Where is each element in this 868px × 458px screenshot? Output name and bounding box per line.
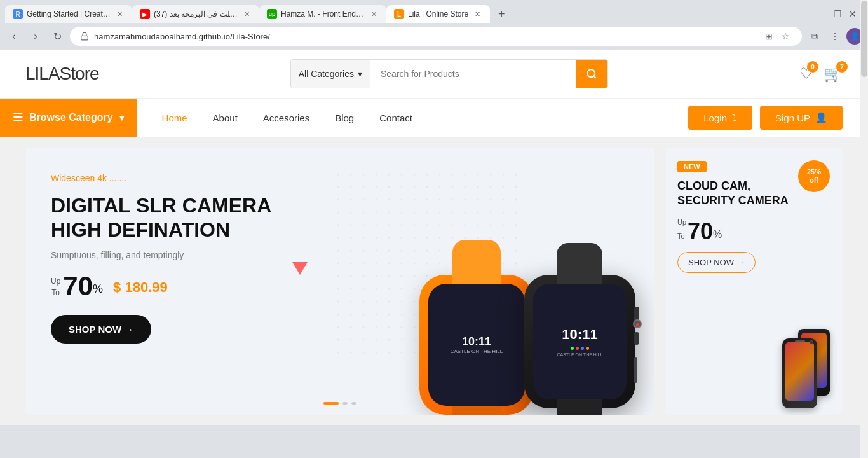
nav-link-contact[interactable]: Contact bbox=[367, 101, 425, 135]
phone-illustration bbox=[773, 307, 836, 408]
search-icon bbox=[586, 68, 597, 80]
tab-title-3: Hamza M. - Front End Web Dev... bbox=[281, 10, 365, 18]
wishlist-badge: 0 bbox=[807, 61, 818, 73]
tab-close-4[interactable]: ✕ bbox=[472, 9, 482, 19]
login-button[interactable]: Login ⤵ bbox=[688, 106, 752, 130]
tab-1[interactable]: R Getting Started | Create React A... ✕ bbox=[5, 5, 132, 23]
translate-icon[interactable]: ⊞ bbox=[763, 30, 775, 43]
cart-icon-wrap[interactable]: 🛒 7 bbox=[824, 65, 843, 83]
refresh-button[interactable]: ↻ bbox=[48, 27, 66, 45]
hero-title-line2: HIGH DEFINATION bbox=[51, 218, 230, 241]
tab-title-4: Lila | Online Store bbox=[408, 10, 468, 18]
address-icons: ⊞ ☆ bbox=[763, 30, 792, 43]
triangle-decoration bbox=[292, 262, 308, 275]
close-window-button[interactable]: ✕ bbox=[848, 9, 858, 19]
hero-title-line1: DIGITAL SLR CAMERA bbox=[51, 194, 271, 217]
forward-button[interactable]: › bbox=[27, 27, 44, 45]
dropdown-arrow-icon: ▾ bbox=[358, 69, 362, 79]
nav-bar: ☰ Browse Category ▾ Home About Accesorie… bbox=[0, 99, 868, 137]
watch-band-top-front bbox=[557, 243, 602, 286]
slide-dot-active[interactable] bbox=[323, 402, 339, 405]
side-card: NEW CLOUD CAM,SECURITY CAMERA Up To 70 %… bbox=[665, 148, 843, 415]
side-to-label: To bbox=[677, 229, 686, 243]
watch-time-display: 10:11 bbox=[562, 326, 597, 343]
hero-watch-illustration: 10:11 CASTLE ON THE HILL 10:11 bbox=[407, 160, 635, 415]
hamburger-icon: ☰ bbox=[13, 111, 23, 125]
signup-button[interactable]: Sign UP 👤 bbox=[760, 106, 843, 130]
signup-label: Sign UP bbox=[775, 113, 810, 123]
wishlist-icon-wrap[interactable]: ♡ 0 bbox=[799, 65, 813, 83]
side-discount: Up To 70 % bbox=[677, 215, 830, 243]
nav-link-home[interactable]: Home bbox=[149, 101, 200, 135]
svg-line-2 bbox=[593, 76, 595, 78]
hero-title: DIGITAL SLR CAMERA HIGH DEFINATION bbox=[51, 193, 280, 242]
slide-indicators bbox=[323, 402, 356, 405]
watch-back-screen-content: 10:11 CASTLE ON THE HILL bbox=[451, 335, 503, 354]
nav-link-blog[interactable]: Blog bbox=[322, 101, 367, 135]
tab-close-3[interactable]: ✕ bbox=[369, 9, 379, 19]
browser-actions: ⧉ ⋮ 👤 bbox=[806, 27, 863, 45]
tab-bar: R Getting Started | Create React A... ✕ … bbox=[0, 0, 868, 23]
store-header: LILAStore All Categories ▾ ♡ 0 🛒 bbox=[0, 50, 868, 99]
extensions-icon[interactable]: ⧉ bbox=[806, 27, 824, 45]
search-bar: All Categories ▾ bbox=[290, 59, 608, 88]
side-shop-now-button[interactable]: SHOP NOW → bbox=[677, 252, 756, 273]
watch-band-bottom-front bbox=[557, 399, 602, 415]
hero-main-card: Widesceen 4k ....... DIGITAL SLR CAMERA … bbox=[25, 148, 654, 415]
nav-link-about[interactable]: About bbox=[200, 101, 250, 135]
category-dropdown[interactable]: All Categories ▾ bbox=[291, 60, 370, 88]
back-button[interactable]: ‹ bbox=[5, 27, 23, 45]
tab-3[interactable]: up Hamza M. - Front End Web Dev... ✕ bbox=[259, 5, 386, 23]
bookmark-icon[interactable]: ☆ bbox=[779, 30, 792, 43]
phone-notch bbox=[795, 340, 805, 342]
new-tab-button[interactable]: + bbox=[492, 5, 510, 23]
tab-favicon-1: R bbox=[13, 9, 23, 19]
search-input[interactable] bbox=[370, 62, 576, 85]
new-badge: NEW bbox=[677, 161, 707, 172]
tab-4[interactable]: L Lila | Online Store ✕ bbox=[386, 5, 490, 23]
watch-front: 10:11 CASTLE ON THE HILL bbox=[524, 275, 635, 408]
watch-dot-green bbox=[571, 347, 574, 350]
slide-dot-3[interactable] bbox=[351, 402, 356, 405]
watch-band-top-back bbox=[452, 240, 501, 288]
nav-actions: Login ⤵ Sign UP 👤 bbox=[688, 106, 868, 130]
watch-back: 10:11 CASTLE ON THE HILL bbox=[419, 275, 534, 415]
signup-person-icon: 👤 bbox=[815, 112, 827, 123]
more-options-icon[interactable]: ⋮ bbox=[826, 27, 844, 45]
watch-crown bbox=[633, 319, 642, 328]
tab-title-1: Getting Started | Create React A... bbox=[27, 10, 111, 18]
watch-dot-blue bbox=[581, 347, 584, 350]
search-button[interactable] bbox=[576, 60, 607, 88]
hero-up-to: Up bbox=[51, 277, 60, 286]
window-controls: — ❐ ✕ bbox=[817, 9, 863, 19]
scrollbar[interactable] bbox=[860, 0, 868, 458]
cart-badge: 7 bbox=[836, 61, 848, 73]
watch-dots-row bbox=[571, 347, 589, 350]
tab-close-1[interactable]: ✕ bbox=[114, 9, 125, 19]
nav-link-accessories[interactable]: Accesories bbox=[250, 101, 322, 135]
restore-button[interactable]: ❐ bbox=[832, 9, 843, 19]
browse-category-button[interactable]: ☰ Browse Category ▾ bbox=[0, 99, 137, 137]
shop-now-button[interactable]: SHOP NOW → bbox=[51, 315, 151, 344]
hero-to: To bbox=[51, 288, 60, 297]
hero-side-panel: NEW CLOUD CAM,SECURITY CAMERA Up To 70 %… bbox=[665, 148, 843, 415]
watch-screen: 10:11 CASTLE ON THE HILL bbox=[533, 284, 627, 399]
lock-icon bbox=[80, 32, 89, 41]
login-arrow-icon: ⤵ bbox=[732, 113, 737, 123]
tab-favicon-3: up bbox=[267, 9, 277, 19]
url-text[interactable]: hamzamahmoudaboalhamd.github.io/Lila-Sto… bbox=[94, 32, 757, 41]
minimize-button[interactable]: — bbox=[817, 9, 827, 19]
address-bar[interactable]: hamzamahmoudaboalhamd.github.io/Lila-Sto… bbox=[70, 27, 802, 46]
svg-point-1 bbox=[587, 69, 595, 77]
slide-dot-2[interactable] bbox=[342, 402, 348, 405]
hero-price: $ 180.99 bbox=[113, 279, 168, 296]
address-bar-row: ‹ › ↻ hamzamahmoudaboalhamd.github.io/Li… bbox=[0, 23, 868, 50]
tab-close-2[interactable]: ✕ bbox=[241, 9, 252, 19]
tab-2[interactable]: ▶ أزاي اشتغلت في البرمجة بعد (37) ✕ bbox=[132, 5, 259, 23]
store-logo: LILAStore bbox=[25, 64, 99, 84]
logo-brand: LILA bbox=[25, 64, 60, 83]
scrollbar-thumb[interactable] bbox=[861, 1, 867, 77]
watch-back-screen: 10:11 CASTLE ON THE HILL bbox=[428, 284, 525, 406]
browse-chevron-icon: ▾ bbox=[119, 113, 124, 123]
store-content: LILAStore All Categories ▾ ♡ 0 🛒 bbox=[0, 50, 868, 425]
